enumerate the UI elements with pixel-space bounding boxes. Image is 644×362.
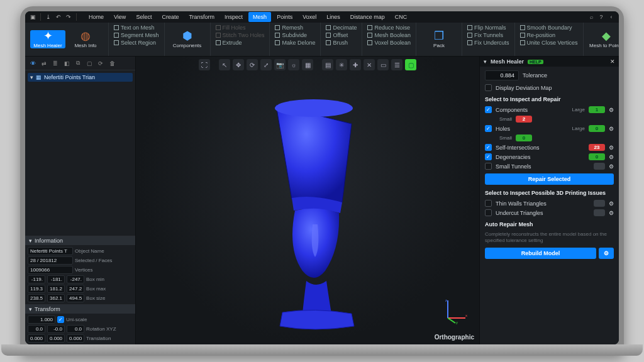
repair-checkbox[interactable]	[485, 144, 492, 151]
repair-checkbox[interactable]	[485, 163, 492, 170]
search-icon[interactable]: ⌕	[587, 13, 595, 21]
tag-icon[interactable]: ◧	[62, 58, 72, 69]
camera-icon[interactable]: 📷	[274, 59, 286, 70]
menu-home[interactable]: Home	[84, 12, 108, 22]
menu-inspect[interactable]: Inspect	[220, 12, 247, 22]
repair-checkbox[interactable]	[485, 106, 492, 113]
projection-label[interactable]: Orthographic	[435, 334, 474, 341]
menu-create[interactable]: Create	[157, 12, 183, 22]
light-icon[interactable]: ☼	[288, 59, 299, 70]
ribbon-fix-undercuts[interactable]: Fix Undercuts	[467, 40, 509, 46]
rot-x[interactable]: 0.0	[28, 325, 45, 333]
menu-transform[interactable]: Transform	[184, 12, 219, 22]
gear-icon[interactable]: ⚙	[609, 163, 614, 170]
grid-icon[interactable]: ▤	[322, 59, 333, 70]
pack-tool[interactable]: ❒ Pack	[421, 30, 457, 48]
ribbon-fill-holes[interactable]: Fill Holes	[216, 25, 265, 31]
menu-distance-map[interactable]: Distance map	[346, 12, 389, 22]
ribbon-decimate[interactable]: Decimate	[326, 25, 357, 31]
scale-icon[interactable]: ⤢	[260, 59, 272, 70]
gear-icon[interactable]: ⚙	[609, 200, 614, 207]
link-icon[interactable]: ⇄	[39, 58, 49, 69]
help-icon[interactable]: ?	[597, 13, 605, 21]
menu-lines[interactable]: Lines	[322, 12, 345, 22]
chevron-down-icon[interactable]: ▾	[29, 306, 32, 312]
rebuild-model-button[interactable]: Rebuild Model	[485, 248, 596, 259]
undo-icon[interactable]: ↶	[55, 13, 62, 21]
menu-points[interactable]: Points	[272, 12, 297, 22]
select-icon[interactable]: ▭	[377, 59, 389, 70]
gear-icon[interactable]: ⚙	[609, 145, 614, 151]
print-checkbox[interactable]	[485, 209, 492, 216]
ribbon-stitch-two-holes[interactable]: Stitch Two Holes	[216, 32, 265, 38]
ribbon-text-on-mesh[interactable]: Text on Mesh	[114, 25, 159, 31]
cube-icon[interactable]: ▢	[84, 58, 94, 69]
repair-checkbox[interactable]	[485, 153, 492, 160]
mesh-info-tool[interactable]: ◍ Mesh Info	[68, 30, 103, 48]
tree-item-nefertiti[interactable]: ▾ ▦ Nefertiti Points Trian	[28, 73, 133, 82]
ribbon-subdivide[interactable]: Subdivide	[275, 32, 315, 38]
menu-view[interactable]: View	[109, 12, 130, 22]
ribbon-brush[interactable]: Brush	[326, 40, 357, 46]
viewport[interactable]: ⛶ ↖ ✥ ⟳ ⤢ 📷 ☼ ▦ ▤ ✳ ✚ ✕ ▭ ☰ ▢	[136, 57, 479, 344]
trans-z[interactable]: 0.000	[67, 334, 84, 343]
mesh-healer-tool[interactable]: ✦ Mesh Healer	[30, 30, 65, 48]
gear-icon[interactable]: ⚙	[609, 210, 614, 216]
visibility-icon[interactable]: 👁	[28, 58, 38, 69]
move-icon[interactable]: ✥	[233, 59, 244, 70]
mesh-to-points-tool[interactable]: ◆ Mesh to Points	[589, 30, 619, 48]
chevron-down-icon[interactable]: ▾	[29, 238, 32, 244]
cursor-icon[interactable]: ↖	[219, 59, 230, 70]
close-icon[interactable]: ✕	[610, 58, 615, 65]
refresh-icon[interactable]: ⟳	[96, 58, 106, 69]
menu-cnc[interactable]: CNC	[391, 12, 412, 22]
components-tool[interactable]: ⬢ Components	[170, 30, 205, 48]
gear-icon[interactable]: ⚙	[609, 154, 614, 160]
chevron-down-icon[interactable]: ▾	[484, 58, 487, 65]
duplicate-icon[interactable]: ⧉	[73, 58, 83, 69]
deviation-checkbox[interactable]	[485, 84, 492, 91]
menu-mesh[interactable]: Mesh	[248, 12, 271, 22]
ribbon-flip-normals[interactable]: Flip Normals	[467, 25, 509, 31]
redo-icon[interactable]: ↷	[65, 13, 72, 21]
ribbon-re-position[interactable]: Re-position	[520, 32, 578, 38]
gear-icon[interactable]: ⚙	[609, 107, 614, 113]
shade-icon[interactable]: ▦	[302, 59, 313, 70]
menu-select[interactable]: Select	[131, 12, 156, 22]
rotate-icon[interactable]: ⟳	[247, 59, 258, 70]
collapse-icon[interactable]: ‹	[608, 13, 615, 21]
cross-icon[interactable]: ✕	[364, 59, 375, 70]
snap-icon[interactable]: ✚	[350, 59, 361, 70]
fit-icon[interactable]: ⛶	[199, 59, 210, 70]
layers-icon[interactable]: ≣	[50, 58, 60, 69]
ribbon-extrude[interactable]: Extrude	[216, 40, 265, 46]
save-icon[interactable]: ⤓	[45, 13, 52, 21]
ribbon-voxel-boolean[interactable]: Voxel Boolean	[367, 40, 411, 46]
ribbon-remesh[interactable]: Remesh	[275, 25, 315, 31]
ribbon-fix-tunnels[interactable]: Fix Tunnels	[467, 32, 509, 38]
print-checkbox[interactable]	[485, 200, 492, 207]
uniscale-checkbox[interactable]	[57, 316, 64, 323]
scale-value[interactable]: 1.000	[28, 315, 55, 324]
ribbon-mesh-boolean[interactable]: Mesh Boolean	[367, 32, 411, 38]
help-badge[interactable]: HELP	[528, 60, 543, 64]
rebuild-settings-button[interactable]: ⚙	[599, 248, 614, 259]
trash-icon[interactable]: 🗑	[107, 58, 117, 69]
ribbon-make-delone[interactable]: Make Delone	[275, 40, 315, 46]
tolerance-input[interactable]: 0.884	[485, 70, 519, 80]
gear-icon[interactable]: ⚙	[609, 126, 614, 132]
ribbon-offset[interactable]: Offset	[326, 32, 357, 38]
trans-y[interactable]: 0.000	[47, 334, 65, 343]
axes-gizmo[interactable]: x z y	[441, 298, 468, 324]
ribbon-segment-mesh[interactable]: Segment Mesh	[114, 32, 159, 38]
repair-checkbox[interactable]	[485, 125, 492, 132]
trans-x[interactable]: 0.000	[28, 334, 45, 343]
menu-voxel[interactable]: Voxel	[298, 12, 321, 22]
rot-y[interactable]: -0.0	[47, 325, 65, 333]
ribbon-select-region[interactable]: Select Region	[114, 40, 159, 46]
ribbon-unite-close-vertices[interactable]: Unite Close Vertices	[520, 40, 578, 46]
repair-selected-button[interactable]: Repair Selected	[485, 173, 614, 185]
rot-z[interactable]: 0.0	[67, 325, 84, 333]
render-mode-icon[interactable]: ▢	[405, 59, 416, 70]
filter-icon[interactable]: ☰	[391, 59, 402, 70]
